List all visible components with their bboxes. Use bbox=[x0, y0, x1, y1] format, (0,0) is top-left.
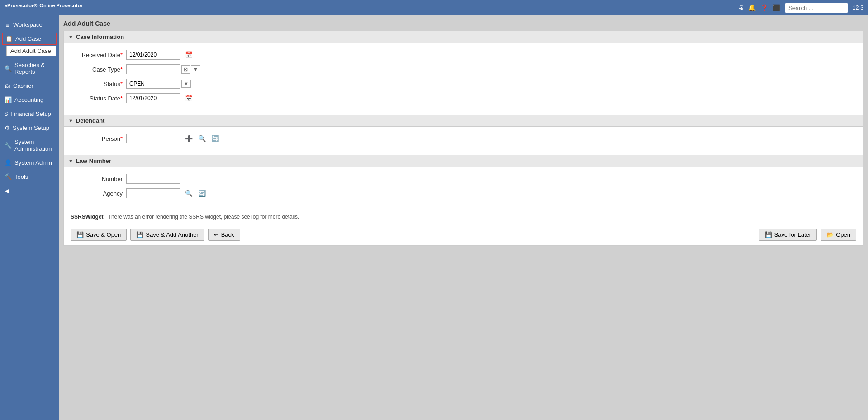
section-title-defendant: Defendant bbox=[76, 117, 105, 124]
print-icon[interactable]: 🖨 bbox=[737, 4, 744, 11]
refresh-agency-icon[interactable]: 🔄 bbox=[197, 189, 207, 198]
save-for-later-button[interactable]: 💾 Save for Later bbox=[759, 229, 817, 241]
input-case-type[interactable] bbox=[126, 64, 180, 74]
sidebar-label-accounting: Accounting bbox=[14, 96, 43, 103]
financial-icon: $ bbox=[5, 110, 8, 117]
sidebar-item-system-administration[interactable]: 🔧 System Administration bbox=[0, 135, 59, 156]
sidebar: 🖥 Workspace 📋 Add Case Add Adult Case 🔍 … bbox=[0, 15, 59, 420]
case-type-clear-btn[interactable]: ⊠ bbox=[181, 65, 190, 74]
section-body-case-info: Received Date* 📅 Case Type* ⊠ ▼ bbox=[64, 43, 863, 115]
logout-icon[interactable]: ⬛ bbox=[773, 4, 780, 11]
open-button[interactable]: 📂 Open bbox=[821, 229, 856, 241]
field-status: Status* ▼ bbox=[73, 79, 854, 89]
chevron-defendant: ▼ bbox=[68, 118, 73, 124]
sidebar-item-cashier[interactable]: 🗂 Cashier bbox=[0, 79, 59, 93]
sidebar-label-sys-admin: System Admin bbox=[14, 159, 52, 166]
field-received-date: Received Date* 📅 bbox=[73, 50, 854, 60]
main-content: Add Adult Case ▼ Case Information Receiv… bbox=[59, 15, 868, 420]
sidebar-item-add-case[interactable]: 📋 Add Case bbox=[2, 33, 57, 45]
label-status-date: Status Date* bbox=[73, 95, 123, 102]
case-type-wrapper: ⊠ ▼ bbox=[126, 64, 200, 74]
input-number[interactable] bbox=[126, 174, 180, 184]
save-add-icon: 💾 bbox=[136, 231, 143, 238]
sidebar-label-add-case: Add Case bbox=[15, 35, 41, 42]
input-received-date[interactable] bbox=[126, 50, 180, 60]
ssrs-row: SSRSWidget There was an error rendering … bbox=[64, 210, 863, 224]
search-agency-icon[interactable]: 🔍 bbox=[184, 189, 194, 198]
app-title: eProsecutor® Online Prosecutor bbox=[5, 3, 733, 13]
section-law-number[interactable]: ▼ Law Number bbox=[64, 155, 863, 167]
sidebar-item-add-adult-case[interactable]: Add Adult Case bbox=[6, 46, 56, 56]
buttons-right: 💾 Save for Later 📂 Open bbox=[759, 229, 856, 241]
input-status[interactable] bbox=[126, 79, 180, 89]
cashier-icon: 🗂 bbox=[5, 82, 10, 89]
status-dropdown-btn[interactable]: ▼ bbox=[181, 80, 191, 88]
sidebar-label-cashier: Cashier bbox=[13, 82, 33, 89]
section-body-law-number: Number Agency 🔍 🔄 bbox=[64, 167, 863, 210]
version-label: 12-3 bbox=[853, 5, 863, 11]
tools-icon: 🔨 bbox=[5, 173, 12, 180]
sidebar-label-add-adult-case: Add Adult Case bbox=[10, 48, 51, 54]
label-number: Number bbox=[73, 176, 123, 182]
page-title: Add Adult Case bbox=[63, 20, 863, 27]
back-icon: ↩ bbox=[214, 231, 219, 238]
calendar-status-date-icon[interactable]: 📅 bbox=[184, 94, 194, 103]
field-person: Person* ➕ 🔍 🔄 bbox=[73, 134, 854, 143]
label-received-date: Received Date* bbox=[73, 52, 123, 58]
save-open-button[interactable]: 💾 Save & Open bbox=[71, 229, 127, 241]
sidebar-item-searches-reports[interactable]: 🔍 Searches & Reports bbox=[0, 58, 59, 79]
chevron-case-info: ▼ bbox=[68, 34, 73, 40]
sidebar-label-searches: Searches & Reports bbox=[14, 62, 54, 75]
sidebar-label-financial: Financial Setup bbox=[10, 110, 51, 117]
save-add-label: Save & Add Another bbox=[146, 231, 198, 238]
ssrs-error: There was an error rendering the SSRS wi… bbox=[108, 214, 299, 220]
sidebar-item-system-admin[interactable]: 👤 System Admin bbox=[0, 156, 59, 170]
section-body-defendant: Person* ➕ 🔍 🔄 bbox=[64, 127, 863, 155]
help-icon[interactable]: ❓ bbox=[760, 4, 768, 11]
search-person-icon[interactable]: 🔍 bbox=[197, 134, 207, 143]
form-card: ▼ Case Information Received Date* 📅 Case… bbox=[63, 31, 863, 246]
system-setup-icon: ⚙ bbox=[5, 124, 10, 131]
sidebar-item-accounting[interactable]: 📊 Accounting bbox=[0, 93, 59, 107]
trademark: ® bbox=[33, 3, 37, 8]
sidebar-item-system-setup[interactable]: ⚙ System Setup bbox=[0, 121, 59, 135]
label-case-type: Case Type* bbox=[73, 66, 123, 73]
searches-icon: 🔍 bbox=[5, 65, 12, 72]
chevron-law-number: ▼ bbox=[68, 158, 73, 164]
sidebar-item-tools[interactable]: 🔨 Tools bbox=[0, 170, 59, 184]
field-agency: Agency 🔍 🔄 bbox=[73, 188, 854, 198]
input-status-date[interactable] bbox=[126, 93, 180, 103]
section-title-law-number: Law Number bbox=[76, 158, 111, 164]
bell-icon[interactable]: 🔔 bbox=[748, 4, 756, 11]
user-icon: 👤 bbox=[5, 159, 12, 166]
input-agency[interactable] bbox=[126, 188, 180, 198]
section-case-information[interactable]: ▼ Case Information bbox=[64, 31, 863, 43]
sidebar-item-financial-setup[interactable]: $ Financial Setup bbox=[0, 107, 59, 121]
save-add-another-button[interactable]: 💾 Save & Add Another bbox=[130, 229, 204, 241]
sidebar-item-collapse[interactable]: ◀ bbox=[0, 184, 59, 198]
accounting-icon: 📊 bbox=[5, 96, 12, 103]
back-button[interactable]: ↩ Back bbox=[208, 229, 240, 241]
add-person-icon[interactable]: ➕ bbox=[184, 134, 194, 143]
calendar-received-date-icon[interactable]: 📅 bbox=[184, 50, 194, 59]
topbar: eProsecutor® Online Prosecutor 🖨 🔔 ❓ ⬛ 1… bbox=[0, 0, 868, 15]
refresh-person-icon[interactable]: 🔄 bbox=[210, 134, 220, 143]
input-person[interactable] bbox=[126, 134, 180, 143]
sidebar-label-tools: Tools bbox=[14, 173, 28, 180]
label-agency: Agency bbox=[73, 190, 123, 197]
sidebar-label-system-setup: System Setup bbox=[13, 124, 49, 131]
field-number: Number bbox=[73, 174, 854, 184]
search-input[interactable] bbox=[785, 3, 848, 13]
add-case-icon: 📋 bbox=[5, 35, 13, 42]
save-open-icon: 💾 bbox=[76, 231, 84, 238]
section-defendant[interactable]: ▼ Defendant bbox=[64, 115, 863, 127]
workspace-icon: 🖥 bbox=[5, 21, 10, 28]
status-wrapper: ▼ bbox=[126, 79, 191, 89]
save-open-label: Save & Open bbox=[86, 231, 121, 238]
collapse-icon: ◀ bbox=[5, 187, 9, 194]
field-status-date: Status Date* 📅 bbox=[73, 93, 854, 103]
section-title-case-info: Case Information bbox=[76, 33, 124, 40]
sidebar-item-workspace[interactable]: 🖥 Workspace bbox=[0, 18, 59, 32]
sidebar-label-workspace: Workspace bbox=[13, 21, 43, 28]
case-type-dropdown-btn[interactable]: ▼ bbox=[191, 65, 200, 73]
